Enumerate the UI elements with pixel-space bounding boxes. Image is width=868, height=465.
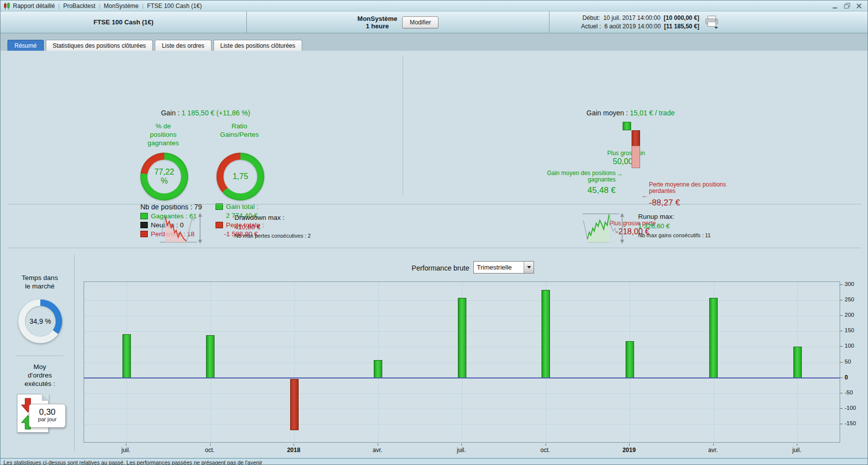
max-gain-label: Plus gros gain [591, 150, 661, 157]
current-label: Actuel : [581, 23, 601, 30]
orders-freq-title-line: Moy [5, 363, 75, 371]
candlestick-icon [3, 2, 10, 9]
start-label: Début: [582, 14, 600, 21]
winning-pct-title: % de positions gagnantes [128, 122, 198, 147]
runup-label: Runup max: [638, 213, 674, 220]
avg-win-label: Gain moyen des positions gagnantes [518, 170, 616, 183]
runup-consecutive: Nb max gains consécutifs : 11 [638, 232, 711, 238]
tabs: Résumé Statistiques des positions clôtur… [7, 40, 302, 51]
dark-square-icon [140, 222, 148, 228]
y-tick-label: -150 [845, 420, 856, 426]
chart-bar [374, 360, 382, 378]
probacktest-window: Rapport détaillé| ProBacktest| MonSystèm… [0, 0, 868, 465]
header-dates-section: Début: 10 juil. 2017 14:00:00 [10 000,00… [549, 11, 868, 33]
max-gain-value: 50,00 € [591, 157, 661, 166]
y-tick-label: 50 [845, 359, 851, 365]
runup-chart-icon [580, 211, 626, 245]
performance-label: Performance brute [370, 264, 469, 272]
y-tick [840, 315, 843, 316]
gain-moyen-value: 15,01 € / trade [630, 109, 674, 117]
title-bar: Rapport détaillé| ProBacktest| MonSystèm… [0, 0, 868, 11]
runup-value: 1 326,60 € [638, 222, 670, 230]
winning-pct-value: 77,22 % [147, 160, 181, 193]
chart-zero-line [84, 377, 840, 378]
y-tick [840, 424, 843, 424]
header-system-section: MonSystème 1 heure Modifier [247, 11, 549, 33]
winning-pct-title-line: positions [128, 130, 198, 139]
y-tick [840, 377, 843, 378]
tab-resume[interactable]: Résumé [7, 40, 44, 51]
report-header: FTSE 100 Cash (1€) MonSystème 1 heure Mo… [0, 11, 868, 33]
close-button[interactable] [856, 3, 863, 9]
market-time-title: Temps dans le marché [5, 274, 75, 290]
account-dates: Début: 10 juil. 2017 14:00:00 [10 000,00… [581, 14, 699, 31]
sidebar-divider [15, 356, 63, 356]
chart-bar [626, 341, 634, 378]
start-datetime: 10 juil. 2017 14:00:00 [603, 14, 660, 21]
y-tick-label: -50 [845, 389, 853, 395]
y-tick [840, 362, 843, 363]
gain-line: Gain : 1 185,50 € (+11,86 %) [106, 109, 305, 117]
y-tick-label: 250 [845, 296, 854, 302]
sidebar-vertical-divider [74, 255, 75, 451]
performance-chart-plot [84, 281, 840, 443]
tab-strip: Résumé Statistiques des positions clôtur… [0, 33, 868, 51]
tab-stats-positions[interactable]: Statistiques des positions clôturées [46, 40, 153, 51]
system-timeframe: 1 heure [357, 22, 397, 30]
drawdown-value: 410,80 € [234, 223, 261, 231]
chart-bar [122, 334, 131, 377]
x-tick [797, 444, 797, 446]
instrument-name: FTSE 100 Cash (1€) [94, 18, 154, 26]
drawdown-consecutive: Nb max pertes consécutives : 2 [234, 233, 311, 239]
system-name: MonSystème 1 heure [357, 15, 397, 30]
window-title-probacktest: ProBacktest [63, 2, 96, 9]
x-tick-label: 2019 [609, 447, 649, 454]
period-select[interactable]: Trimestrielle [473, 261, 534, 274]
print-icon[interactable] [704, 15, 719, 29]
x-tick-label: oct. [190, 447, 230, 454]
x-tick [629, 444, 630, 446]
winning-pct-donut: 77,22 % [140, 153, 188, 200]
avg-loss-label-line: perdantes [649, 188, 763, 194]
modify-button[interactable]: Modifier [402, 16, 438, 28]
restore-button[interactable] [844, 3, 851, 9]
drawdown-chart-icon [158, 211, 204, 245]
ratio-title: Ratio Gains/Pertes [205, 122, 274, 139]
y-tick [840, 408, 843, 409]
minimize-button[interactable] [832, 3, 839, 9]
orders-freq-title: Moy d'ordres exécutés : [5, 363, 75, 388]
select-arrow-button[interactable] [524, 262, 534, 273]
y-tick [840, 300, 843, 300]
system-title: MonSystème [357, 15, 397, 22]
tab-orders-list[interactable]: Liste des ordres [155, 40, 211, 51]
y-tick-label: 200 [845, 312, 854, 318]
tab-closed-positions-list[interactable]: Liste des positions clôturées [214, 40, 303, 51]
x-tick [210, 444, 211, 446]
arrow-right-icon: → [616, 170, 623, 178]
period-selected-value: Trimestrielle [474, 264, 524, 271]
x-tick [545, 444, 546, 446]
chart-x-axis: juil.oct.2018avr.juil.oct.2019avr.juil. [84, 444, 840, 455]
x-tick [378, 444, 378, 446]
x-tick-label: 2018 [274, 447, 314, 454]
chart-bar [206, 335, 215, 378]
orders-freq-title-line: exécutés : [5, 379, 75, 388]
x-tick-label: avr. [358, 447, 398, 454]
avg-win-bar [623, 122, 631, 131]
avg-win-label-line: gagnantes [518, 177, 616, 183]
y-tick-label: -100 [845, 405, 856, 411]
gain-value: 1 185,50 € (+11,86 %) [182, 109, 250, 117]
red-square-icon [216, 222, 223, 228]
avg-loss-value: -88,27 € [649, 198, 680, 208]
title-separator: | [58, 3, 60, 9]
ratio-value: 1,75 [223, 160, 257, 193]
x-tick [461, 444, 462, 446]
x-tick-label: avr. [693, 447, 733, 454]
y-tick [840, 284, 843, 285]
arrow-left-icon: ← [642, 192, 648, 199]
window-title-instrument: FTSE 100 Cash (1€) [147, 2, 202, 9]
market-time-value: 34,9 % [25, 306, 56, 337]
chevron-down-icon [527, 266, 531, 269]
winning-pct-number: 77,22 [154, 168, 174, 177]
max-loss-bar [632, 146, 640, 168]
